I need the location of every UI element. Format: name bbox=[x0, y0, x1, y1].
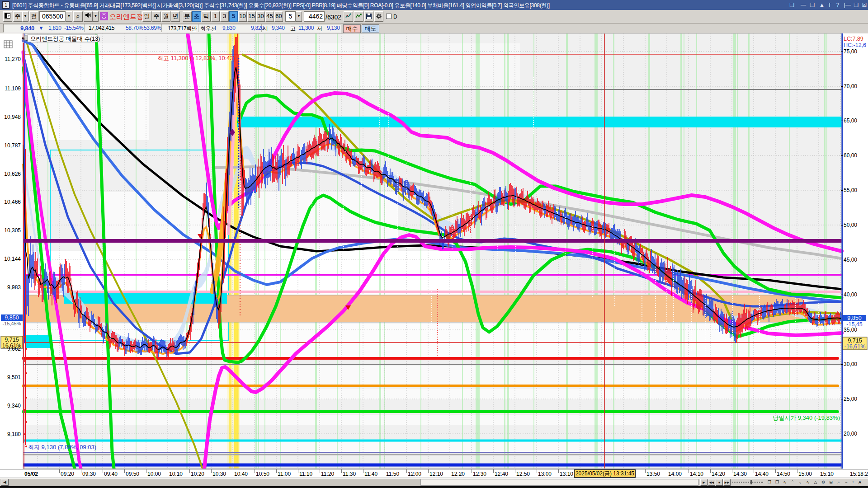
svg-text:-15,45%: -15,45% bbox=[3, 321, 21, 326]
svg-text:9,715: 9,715 bbox=[5, 337, 19, 343]
svg-text:16,61%: 16,61% bbox=[2, 343, 21, 349]
svg-text:-15,45: -15,45 bbox=[846, 321, 862, 328]
svg-text:-16,61%: -16,61% bbox=[844, 343, 866, 350]
svg-text:당일시가 9,340 (-19,83%): 당일시가 9,340 (-19,83%) bbox=[773, 414, 840, 421]
svg-text:9,850: 9,850 bbox=[847, 315, 861, 321]
svg-text:LC:7.89: LC:7.89 bbox=[844, 36, 863, 42]
svg-text:9,850: 9,850 bbox=[5, 314, 19, 321]
svg-text:최저 9,130 (7,89%, 09:03): 최저 9,130 (7,89%, 09:03) bbox=[28, 444, 96, 450]
svg-text:HC:-12,6: HC:-12,6 bbox=[844, 42, 866, 48]
svg-text:9,715: 9,715 bbox=[848, 338, 862, 344]
svg-text:최고 11,300 (+12,83%, 10:43): 최고 11,300 (+12,83%, 10:43) bbox=[157, 55, 235, 61]
svg-text:오리엔트정공 매물대 수(13): 오리엔트정공 매물대 수(13) bbox=[30, 36, 100, 42]
